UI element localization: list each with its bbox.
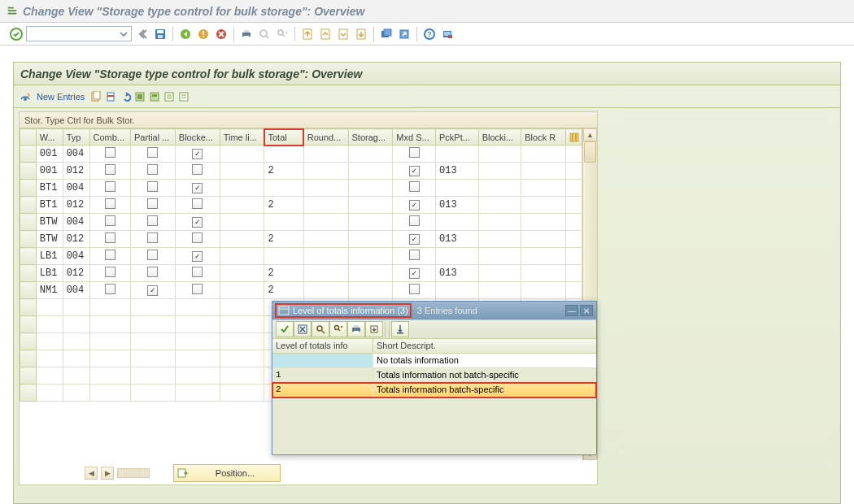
checkbox[interactable] <box>105 147 115 158</box>
checkbox[interactable] <box>409 147 420 158</box>
back-icon[interactable] <box>135 27 150 41</box>
scroll-left-icon[interactable]: ◀ <box>85 467 98 480</box>
row-selector[interactable] <box>20 316 37 333</box>
exit-icon[interactable] <box>196 27 211 41</box>
column-header[interactable]: Mxd S... <box>393 129 436 146</box>
row-selector[interactable] <box>20 385 37 402</box>
column-header[interactable]: Storag... <box>348 129 393 146</box>
horizontal-scrollbar[interactable]: ◀ ▶ <box>85 467 166 480</box>
last-page-icon[interactable] <box>354 27 368 41</box>
column-header[interactable]: W... <box>36 129 63 146</box>
copy-as-icon[interactable] <box>89 90 102 103</box>
table-row[interactable]: BTW0122✓013 <box>20 231 582 248</box>
table-row[interactable]: 0010122✓013 <box>20 163 582 180</box>
row-selector[interactable] <box>20 367 37 385</box>
configure-columns-icon[interactable] <box>566 129 582 146</box>
scroll-up-icon[interactable]: ▲ <box>583 128 597 141</box>
minimize-icon[interactable]: — <box>565 305 578 316</box>
table-row[interactable]: BTW004✓ <box>20 214 582 231</box>
checkbox[interactable] <box>105 181 115 192</box>
print-popup-icon[interactable] <box>347 321 365 337</box>
help-icon[interactable]: ? <box>422 27 437 41</box>
checkbox[interactable] <box>105 198 115 209</box>
column-header[interactable]: Time li... <box>220 129 264 146</box>
checkbox[interactable] <box>105 164 115 175</box>
table-row[interactable]: LB10122✓013 <box>20 265 582 282</box>
row-selector[interactable] <box>20 282 37 299</box>
row-selector[interactable] <box>20 333 37 350</box>
checkbox[interactable] <box>192 232 203 243</box>
scroll-thumb[interactable] <box>584 141 596 163</box>
table-row[interactable]: LB1004✓ <box>20 248 582 265</box>
find-next-popup-icon[interactable] <box>329 321 347 337</box>
checkbox[interactable]: ✓ <box>409 200 420 211</box>
find-icon[interactable] <box>257 27 272 41</box>
undo-icon[interactable] <box>119 90 132 103</box>
table-row[interactable]: NM1004✓2 <box>20 282 582 299</box>
new-session-icon[interactable] <box>379 27 394 41</box>
deselect-all-icon[interactable] <box>163 90 176 103</box>
row-selector[interactable] <box>20 231 37 248</box>
config-icon[interactable] <box>177 90 190 103</box>
checkbox[interactable] <box>147 147 158 158</box>
command-field[interactable] <box>26 26 132 41</box>
personalize-icon[interactable] <box>440 27 455 41</box>
column-header[interactable]: Partial ... <box>130 129 175 146</box>
checkbox[interactable] <box>147 181 158 192</box>
close-icon[interactable]: ✕ <box>580 305 593 316</box>
row-selector[interactable] <box>20 299 37 316</box>
column-header[interactable]: Blocki... <box>478 129 521 146</box>
select-all-icon[interactable] <box>133 90 146 103</box>
checkbox[interactable] <box>105 267 115 277</box>
column-header[interactable] <box>20 129 37 146</box>
column-header[interactable]: Blocke... <box>175 129 220 146</box>
row-selector[interactable] <box>20 163 37 180</box>
checkbox[interactable]: ✓ <box>409 166 420 176</box>
row-selector[interactable] <box>20 197 37 214</box>
checkbox[interactable]: ✓ <box>192 251 203 262</box>
export-popup-icon[interactable] <box>365 321 383 337</box>
table-row[interactable]: BT10122✓013 <box>20 197 582 214</box>
checkbox[interactable] <box>147 164 158 175</box>
row-selector[interactable] <box>20 248 37 265</box>
column-header[interactable]: Comb... <box>89 129 130 146</box>
checkbox[interactable] <box>147 215 158 226</box>
row-selector[interactable] <box>20 214 37 231</box>
checkbox[interactable] <box>147 250 158 260</box>
delete-icon[interactable] <box>104 90 117 103</box>
first-page-icon[interactable] <box>300 27 315 41</box>
generate-shortcut-icon[interactable] <box>397 27 412 41</box>
checkbox[interactable]: ✓ <box>192 149 203 159</box>
window-menu-icon[interactable] <box>7 6 18 17</box>
column-header[interactable]: PckPt... <box>436 129 479 146</box>
back-green-icon[interactable] <box>178 27 193 41</box>
row-selector[interactable] <box>20 350 37 367</box>
checkbox[interactable] <box>147 232 158 243</box>
checkbox[interactable] <box>409 284 420 294</box>
column-header[interactable]: Block R <box>521 129 566 146</box>
row-selector[interactable] <box>20 146 37 163</box>
checkbox[interactable]: ✓ <box>147 285 158 296</box>
personal-list-icon[interactable] <box>391 321 409 337</box>
checkbox[interactable] <box>409 215 420 226</box>
checkbox[interactable] <box>147 198 158 209</box>
find-popup-icon[interactable] <box>312 321 329 337</box>
select-block-icon[interactable] <box>148 90 161 103</box>
new-entries-button[interactable]: New Entries <box>37 92 85 102</box>
column-header[interactable]: Total <box>264 129 303 146</box>
checkbox[interactable] <box>105 250 115 260</box>
next-page-icon[interactable] <box>336 27 351 41</box>
checkbox[interactable]: ✓ <box>409 268 420 279</box>
checkbox[interactable]: ✓ <box>409 234 420 245</box>
checkbox[interactable] <box>409 181 420 192</box>
scroll-right-icon[interactable]: ▶ <box>101 467 114 480</box>
table-row[interactable]: BT1004✓ <box>20 180 582 197</box>
prev-page-icon[interactable] <box>318 27 333 41</box>
checkbox[interactable]: ✓ <box>192 183 203 193</box>
position-button[interactable]: Position... <box>173 464 281 482</box>
find-next-icon[interactable] <box>275 27 290 41</box>
table-row[interactable]: 001004✓ <box>20 146 582 163</box>
checkbox[interactable] <box>192 284 203 294</box>
column-header[interactable]: Typ <box>63 129 89 146</box>
column-header[interactable]: Round... <box>303 129 348 146</box>
